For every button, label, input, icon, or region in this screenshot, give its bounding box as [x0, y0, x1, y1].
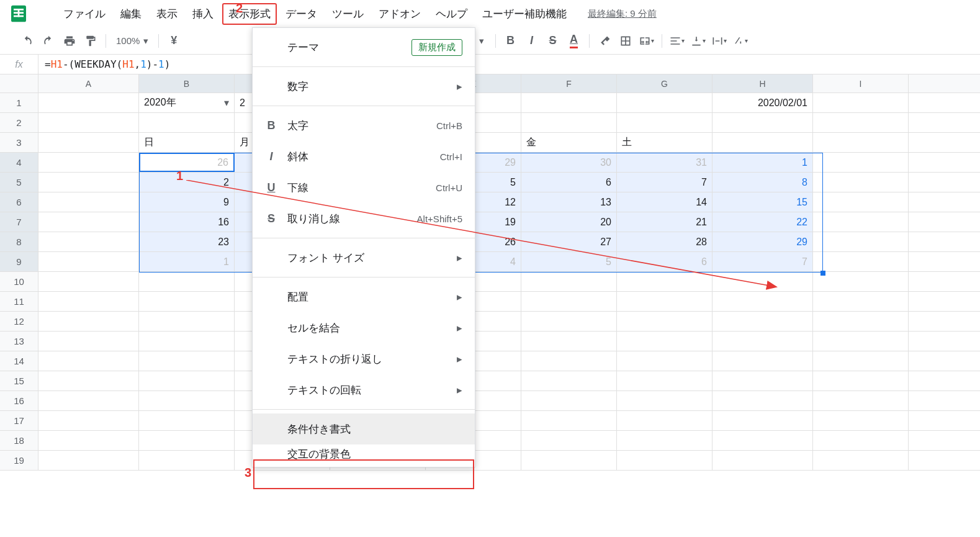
- cell-G3[interactable]: 土: [617, 133, 713, 152]
- row-header-4[interactable]: 4: [0, 153, 38, 172]
- dd-strike[interactable]: S 取り消し線 Alt+Shift+5: [253, 203, 475, 234]
- cell[interactable]: [617, 431, 713, 450]
- undo-button[interactable]: [17, 31, 37, 51]
- selection-handle[interactable]: [820, 271, 825, 276]
- dd-wrap[interactable]: テキストの折り返し ▸: [253, 343, 475, 374]
- text-color-button[interactable]: A: [564, 31, 584, 51]
- dd-merge[interactable]: セルを結合 ▸: [253, 312, 475, 343]
- col-header-B[interactable]: B: [139, 74, 235, 93]
- print-button[interactable]: [60, 31, 79, 51]
- cell[interactable]: [617, 351, 713, 371]
- cell[interactable]: [38, 212, 139, 232]
- cell-F9[interactable]: 5: [521, 252, 617, 271]
- row-header[interactable]: 17: [0, 411, 38, 430]
- cell[interactable]: [813, 173, 909, 192]
- menu-view[interactable]: 表示: [150, 3, 184, 25]
- cell[interactable]: [813, 312, 909, 331]
- menu-help[interactable]: ヘルプ: [429, 3, 474, 25]
- menu-tools[interactable]: ツール: [326, 3, 370, 25]
- cell[interactable]: [139, 451, 235, 470]
- zoom-select[interactable]: 100% ▾: [111, 35, 153, 47]
- strikethrough-button[interactable]: S: [543, 31, 563, 51]
- cell[interactable]: [713, 431, 813, 450]
- cell[interactable]: [521, 113, 617, 132]
- cell[interactable]: [38, 173, 139, 192]
- cell[interactable]: [38, 411, 139, 430]
- cell[interactable]: [38, 391, 139, 410]
- cell-F1[interactable]: [521, 93, 617, 112]
- row-header-9[interactable]: 9: [0, 252, 38, 271]
- cell-G6[interactable]: 14: [617, 192, 713, 212]
- row-header-6[interactable]: 6: [0, 192, 38, 212]
- halign-button[interactable]: ▾: [667, 31, 687, 51]
- cell-I1[interactable]: [813, 93, 909, 112]
- cell[interactable]: [617, 371, 713, 390]
- cell[interactable]: [813, 272, 909, 291]
- cell[interactable]: [617, 272, 713, 291]
- cell[interactable]: [713, 351, 813, 371]
- cell[interactable]: [38, 272, 139, 291]
- cell-H8[interactable]: 29: [713, 232, 813, 251]
- row-header-3[interactable]: 3: [0, 133, 38, 152]
- cell[interactable]: [139, 391, 235, 410]
- cell[interactable]: [713, 391, 813, 410]
- dd-fontsize[interactable]: フォント サイズ ▸: [253, 242, 475, 273]
- cell[interactable]: [521, 351, 617, 371]
- row-header[interactable]: 15: [0, 371, 38, 390]
- row-header-7[interactable]: 7: [0, 212, 38, 232]
- cell[interactable]: [38, 351, 139, 371]
- redo-button[interactable]: [38, 31, 58, 51]
- rotate-button[interactable]: ▾: [731, 31, 750, 51]
- cell-G8[interactable]: 28: [617, 232, 713, 251]
- dd-bold[interactable]: B 太字 Ctrl+B: [253, 110, 475, 141]
- dd-alternating[interactable]: 交互の背景色: [253, 444, 475, 463]
- cell[interactable]: [38, 133, 139, 152]
- borders-button[interactable]: [616, 31, 636, 51]
- cell-H1[interactable]: 2020/02/01: [713, 93, 813, 112]
- cell[interactable]: [713, 292, 813, 311]
- cell[interactable]: [521, 411, 617, 430]
- valign-button[interactable]: ▾: [688, 31, 708, 51]
- cell[interactable]: [139, 312, 235, 331]
- cell[interactable]: [521, 431, 617, 450]
- cell[interactable]: [813, 133, 909, 152]
- cell[interactable]: [521, 371, 617, 390]
- cell[interactable]: [713, 113, 813, 132]
- row-header-1[interactable]: 1: [0, 93, 38, 112]
- cell-G4[interactable]: 31: [617, 153, 713, 172]
- cell[interactable]: [139, 272, 235, 291]
- cell[interactable]: [813, 252, 909, 271]
- cell[interactable]: [617, 332, 713, 351]
- cell[interactable]: [521, 292, 617, 311]
- row-header[interactable]: 13: [0, 332, 38, 351]
- cell-B7[interactable]: 16: [139, 212, 235, 232]
- cell-G5[interactable]: 7: [617, 173, 713, 192]
- dd-theme[interactable]: テーマ 新規作成: [253, 32, 475, 63]
- cell[interactable]: [813, 351, 909, 371]
- cell[interactable]: [38, 332, 139, 351]
- cell[interactable]: [813, 292, 909, 311]
- cell-G1[interactable]: [617, 93, 713, 112]
- cell[interactable]: [713, 411, 813, 430]
- cell[interactable]: [813, 232, 909, 251]
- row-header[interactable]: 14: [0, 351, 38, 371]
- merge-button[interactable]: ▾: [637, 31, 657, 51]
- menu-format[interactable]: 表示形式: [222, 3, 277, 25]
- cell[interactable]: [617, 391, 713, 410]
- cell[interactable]: [38, 252, 139, 271]
- row-header-8[interactable]: 8: [0, 232, 38, 251]
- cell-B5[interactable]: 2: [139, 173, 235, 192]
- cell[interactable]: [813, 332, 909, 351]
- cell[interactable]: [713, 312, 813, 331]
- cell[interactable]: [521, 332, 617, 351]
- cell[interactable]: [139, 113, 235, 132]
- cell[interactable]: [813, 153, 909, 172]
- row-header[interactable]: 16: [0, 391, 38, 410]
- paint-format-button[interactable]: [81, 31, 101, 51]
- cell[interactable]: [813, 391, 909, 410]
- cell-H5[interactable]: 8: [713, 173, 813, 192]
- cell[interactable]: [713, 451, 813, 470]
- dd-align[interactable]: 配置 ▸: [253, 281, 475, 312]
- cell[interactable]: [139, 431, 235, 450]
- cell-H6[interactable]: 15: [713, 192, 813, 212]
